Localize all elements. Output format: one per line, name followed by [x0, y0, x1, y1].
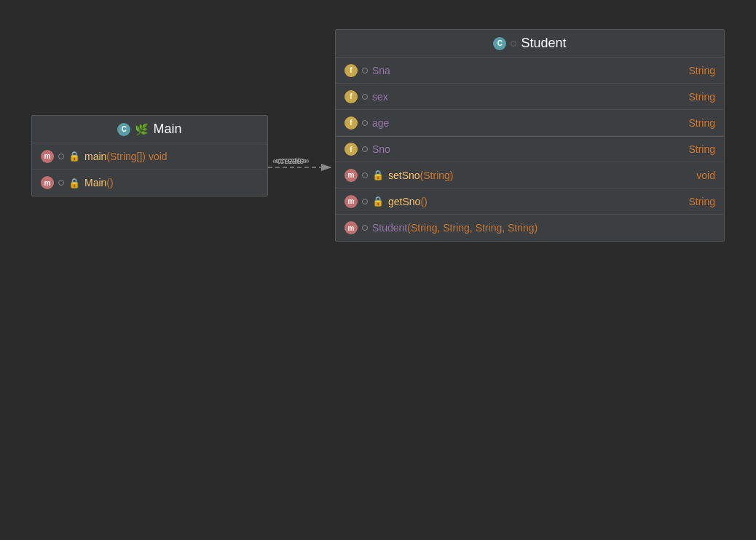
sex-field-name: sex — [372, 91, 684, 103]
main-constructor-lock-icon: 🔒 — [68, 178, 80, 188]
main-method-badge: m — [41, 150, 54, 163]
student-class-badge: C — [493, 37, 506, 50]
main-method-visibility — [58, 154, 64, 159]
setsno-name: setSno(String) — [388, 170, 692, 181]
diagram-canvas: «create» C 🌿 Main m 🔒 main(String[]) voi… — [0, 0, 756, 540]
student-class-box: C Student f Sna String f sex String f ag… — [335, 29, 725, 242]
main-method-lock-icon: 🔒 — [68, 151, 80, 162]
sno-field-name: Sno — [372, 143, 684, 155]
main-constructor-name: Main() — [84, 177, 259, 188]
student-field-sex: f sex String — [336, 84, 724, 110]
age-field-type: String — [688, 117, 715, 129]
student-constructor: m Student(String, String, String, String… — [336, 215, 724, 241]
sno-field-type: String — [688, 143, 715, 155]
main-constructor-visibility — [58, 180, 64, 186]
getsno-type: String — [688, 196, 715, 207]
main-class-box: C 🌿 Main m 🔒 main(String[]) void m 🔒 Mai… — [31, 115, 268, 196]
student-title-visibility — [511, 41, 516, 47]
student-class-title: C Student — [336, 30, 724, 57]
main-class-badge: C — [117, 123, 130, 136]
setsno-badge: m — [344, 169, 358, 182]
getsno-name: getSno() — [388, 196, 684, 207]
main-file-icon: 🌿 — [135, 123, 149, 136]
main-constructor-row: m 🔒 Main() — [32, 170, 267, 196]
sno-field-badge: f — [344, 143, 358, 156]
setsno-visibility — [362, 172, 368, 178]
main-class-title: C 🌿 Main — [32, 116, 267, 143]
getsno-badge: m — [344, 195, 358, 208]
setsno-type: void — [696, 170, 715, 181]
student-constructor-badge: m — [344, 221, 358, 234]
main-method-main: m 🔒 main(String[]) void — [32, 143, 267, 170]
main-constructor-badge: m — [41, 176, 54, 189]
main-method-name: main(String[]) void — [84, 151, 259, 162]
age-field-name: age — [372, 117, 684, 129]
sex-field-type: String — [688, 91, 715, 103]
sno-visibility — [362, 146, 368, 152]
main-class-name: Main — [153, 122, 181, 137]
getsno-lock-icon: 🔒 — [372, 196, 384, 207]
student-constructor-name: Student(String, String, String, String) — [372, 222, 715, 234]
sna-field-badge: f — [344, 64, 358, 77]
getsno-visibility — [362, 199, 368, 205]
sna-field-name: Sna — [372, 65, 684, 76]
age-field-badge: f — [344, 116, 358, 130]
sna-field-type: String — [688, 65, 715, 76]
create-label-text: «create» — [272, 156, 307, 166]
student-field-sno: f Sno String — [336, 136, 724, 162]
student-field-age: f age String — [336, 110, 724, 136]
sex-visibility — [362, 94, 368, 100]
student-field-sna: f Sna String — [336, 57, 724, 84]
student-method-getsno: m 🔒 getSno() String — [336, 188, 724, 215]
age-visibility — [362, 120, 368, 126]
student-method-setsno: m 🔒 setSno(String) void — [336, 162, 724, 188]
student-constructor-visibility — [362, 225, 368, 231]
setsno-lock-icon: 🔒 — [372, 170, 384, 180]
sna-visibility — [362, 68, 368, 74]
sex-field-badge: f — [344, 90, 358, 103]
student-class-name: Student — [521, 36, 566, 51]
